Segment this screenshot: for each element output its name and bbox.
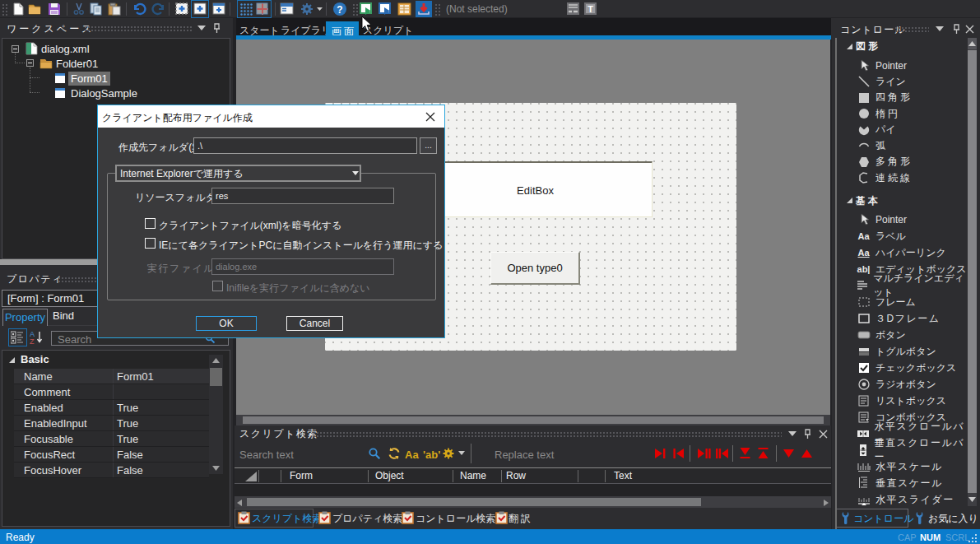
svg-text:?: ?: [337, 4, 342, 16]
svg-text:Z: Z: [30, 337, 35, 345]
svg-text:T: T: [588, 4, 593, 14]
